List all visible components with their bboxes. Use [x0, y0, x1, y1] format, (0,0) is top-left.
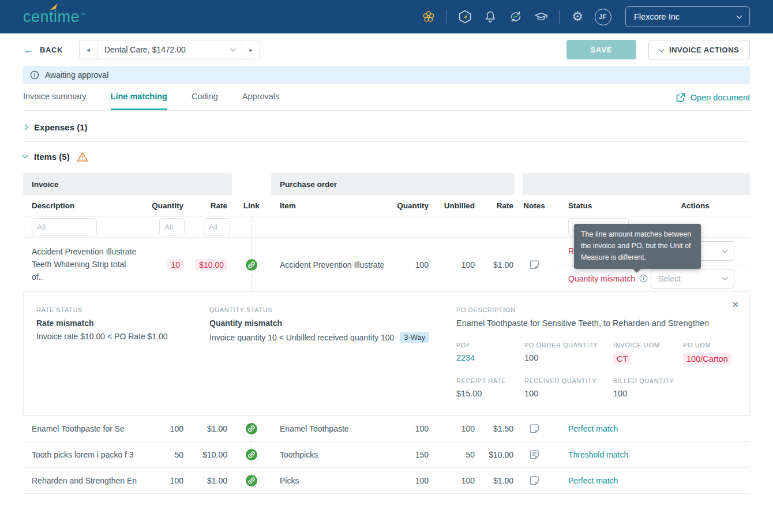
save-button[interactable]: SAVE: [566, 40, 636, 59]
quantity-action-select[interactable]: Select: [651, 269, 734, 289]
po-details-block: PO DESCRIPTION Enamel Toothpaste for Sen…: [456, 306, 737, 398]
row-description: Reharden and Strengthen En: [23, 476, 147, 485]
notes-filled-icon[interactable]: [515, 449, 554, 460]
rate-mismatch-value: $10.00: [196, 259, 227, 271]
tab-line-matching[interactable]: Line matching: [111, 92, 167, 110]
po-fields-row-2: RECEIPT RATE$15.00 RECEIVED QUANTITY100 …: [456, 377, 737, 398]
table-row[interactable]: Reharden and Strengthen En 100 $1.00 Pic…: [23, 468, 750, 494]
po-item: Enamel Toothpaste: [271, 424, 397, 433]
link-icon[interactable]: [245, 474, 258, 487]
invoice-pager: ◂ Dental Care, $1472.00 ▸: [79, 40, 260, 59]
logo-arrow-icon: [50, 3, 58, 10]
rate-status-block: RATE STATUS Rate mismatch Invoice rate $…: [36, 306, 209, 398]
three-way-badge: 3-Way: [400, 332, 429, 343]
tab-invoice-summary[interactable]: Invoice summary: [23, 92, 87, 110]
po-description: Enamel Toothpaste for Sensitive Teeth, t…: [456, 319, 737, 328]
col-notes: Notes: [515, 201, 554, 210]
col-po-rate: Rate: [476, 201, 515, 210]
col-item: Item: [271, 201, 397, 210]
link-icon[interactable]: [245, 448, 258, 461]
close-icon[interactable]: ✕: [731, 299, 739, 310]
group-gap: [232, 173, 271, 195]
academy-cap-icon[interactable]: [530, 6, 552, 28]
invoice-uom-value: CT: [613, 353, 631, 365]
row-description: Accident Prevention Illustrate Teeth Whi…: [23, 246, 147, 283]
table-column-headers: Description Quantity Rate Link Item Quan…: [23, 195, 750, 216]
centime-logo[interactable]: centime ™: [23, 8, 85, 26]
col-actions: Actions: [640, 201, 750, 210]
invoice-group-header: Invoice: [23, 173, 232, 195]
col-description: Description: [23, 201, 147, 210]
quantity-status-block: QUANTITY STATUS Quantity mismatch Invoic…: [209, 306, 456, 398]
notes-icon[interactable]: [515, 259, 554, 271]
status-banner: Awaiting approval: [23, 66, 750, 84]
purchase-order-group-header: Purchase order: [271, 173, 515, 195]
notifications-bell-icon[interactable]: [479, 6, 501, 28]
avatar-initials: JF: [595, 9, 611, 25]
invoice-selector-value: Dental Care, $1472.00: [104, 45, 186, 54]
company-selector[interactable]: Flexcore Inc: [625, 6, 750, 27]
quantity-mismatch-value: 10: [167, 259, 183, 271]
table-group-header: Invoice Purchase order: [23, 173, 750, 195]
po-number-link[interactable]: 2234: [456, 353, 524, 362]
po-uom-value: 100/Carton: [683, 353, 731, 365]
link-cell: [232, 416, 271, 441]
banner-message: Awaiting approval: [45, 70, 108, 80]
table-row[interactable]: Enamel Toothpaste for Se 100 $1.00 Ename…: [23, 416, 750, 442]
back-arrow-icon: ←: [23, 44, 34, 55]
line-matching-table: Invoice Purchase order Description Quant…: [23, 173, 750, 494]
brand-trademark: ™: [81, 12, 85, 17]
po-quantity: 100: [397, 260, 430, 269]
expenses-section-toggle[interactable]: Expenses (1): [0, 121, 773, 133]
col-link: Link: [232, 201, 271, 210]
chevron-down-icon: [658, 46, 664, 52]
brand-name: centime: [23, 8, 80, 26]
section-divider: [23, 141, 750, 142]
row-detail-panel: ✕ RATE STATUS Rate mismatch Invoice rate…: [23, 292, 750, 416]
settings-gear-icon[interactable]: ⚙: [566, 6, 588, 28]
col-rate: Rate: [185, 201, 232, 210]
link-icon[interactable]: [245, 258, 258, 271]
info-icon[interactable]: [639, 274, 648, 283]
link-icon[interactable]: [245, 422, 258, 435]
external-link-icon: [676, 92, 686, 103]
rate-filter-input[interactable]: [204, 218, 230, 235]
link-cell: [232, 238, 271, 292]
chevron-down-icon: [722, 247, 728, 253]
sync-trend-icon[interactable]: [505, 6, 527, 28]
info-icon: [30, 70, 39, 80]
chevron-down-icon: [22, 152, 28, 158]
nav-divider: [559, 10, 560, 24]
quantity-filter-input[interactable]: [159, 218, 185, 235]
flower-icon[interactable]: [418, 6, 440, 28]
back-button[interactable]: ← BACK: [23, 44, 63, 55]
col-unbilled: Unbilled: [430, 201, 476, 210]
tab-bar: Invoice summary Line matching Coding App…: [23, 84, 750, 111]
send-hexagon-icon[interactable]: [454, 6, 476, 28]
description-filter-input[interactable]: [32, 218, 97, 235]
chevron-down-icon: [230, 46, 236, 51]
uom-tooltip: The line amount matches between the invo…: [574, 224, 701, 269]
warning-triangle-icon: [77, 152, 88, 162]
user-avatar[interactable]: JF: [592, 6, 614, 28]
invoice-toolbar: ← BACK ◂ Dental Care, $1472.00 ▸ SAVE IN…: [0, 33, 773, 66]
previous-invoice-button[interactable]: ◂: [80, 40, 97, 59]
quantity-mismatch-status: Quantity mismatch: [568, 274, 648, 283]
chevron-down-icon: [737, 13, 742, 18]
invoice-selector[interactable]: Dental Care, $1472.00: [97, 40, 242, 59]
invoice-actions-button[interactable]: INVOICE ACTIONS: [648, 40, 750, 59]
notes-icon[interactable]: [515, 475, 554, 486]
nav-divider: [446, 10, 447, 24]
tab-approvals[interactable]: Approvals: [242, 92, 279, 110]
col-po-quantity: Quantity: [397, 201, 430, 210]
link-column-rule: [232, 216, 271, 237]
match-status: Threshold match: [568, 450, 640, 459]
open-document-link[interactable]: Open document: [676, 92, 750, 110]
tab-coding[interactable]: Coding: [192, 92, 218, 110]
next-invoice-button[interactable]: ▸: [242, 40, 260, 59]
items-section-toggle[interactable]: Items (5): [0, 149, 773, 164]
table-row[interactable]: Tooth picks lorem i packo f 3 50 $10.00 …: [23, 442, 750, 468]
navbar-actions: ⚙ JF Flexcore Inc: [418, 6, 750, 28]
notes-icon[interactable]: [515, 423, 554, 434]
unbilled-quantity: 100: [430, 260, 476, 269]
